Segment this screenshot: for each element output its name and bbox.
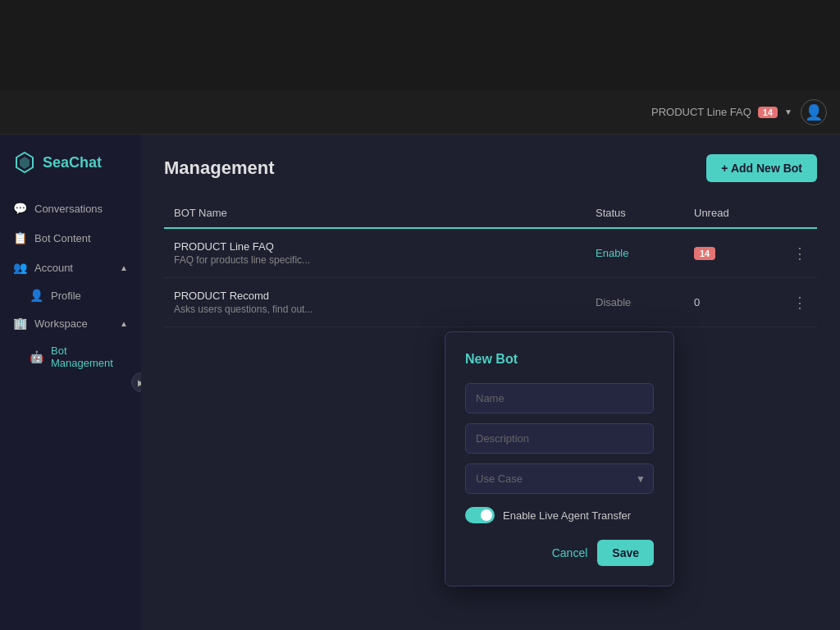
col-unread: Unread <box>684 199 783 228</box>
sidebar-logo: SeaChat <box>0 135 141 187</box>
bot-name-secondary-1: FAQ for products line specific... <box>174 254 445 266</box>
table-row: PRODUCT Recomd Asks users questions, fin… <box>164 278 817 327</box>
use-case-select[interactable]: Use Case Customer Support FAQ Sales Othe… <box>465 463 654 494</box>
add-new-bot-button[interactable]: + Add New Bot <box>706 154 817 182</box>
bot-unread-2: 0 <box>684 278 783 327</box>
toggle-knob <box>481 509 492 521</box>
bot-name-cell-2: PRODUCT Recomd Asks users questions, fin… <box>164 278 454 327</box>
cancel-button[interactable]: Cancel <box>552 546 588 559</box>
sidebar-nav: 💬 Conversations 📋 Bot Content 👥 Account … <box>0 187 141 630</box>
bot-row-1-empty <box>454 228 586 278</box>
live-agent-toggle[interactable] <box>465 507 495 523</box>
sidebar-section-account[interactable]: 👥 Account ▲ <box>0 253 141 282</box>
account-icon: 👥 <box>13 261 26 274</box>
bot-name-primary-1: PRODUCT Line FAQ <box>174 240 445 253</box>
conversations-icon: 💬 <box>13 202 26 215</box>
sidebar-item-bot-content[interactable]: 📋 Bot Content <box>0 223 141 253</box>
workspace-chevron-icon: ▲ <box>120 319 128 328</box>
bot-unread-1: 14 <box>684 228 783 278</box>
col-bot-name: BOT Name <box>164 199 454 228</box>
bot-name-input[interactable] <box>465 383 654 413</box>
table-header-row: BOT Name Status Unread <box>164 199 817 228</box>
col-actions <box>783 199 817 228</box>
bot-name-secondary-2: Asks users questions, find out... <box>174 304 445 315</box>
save-button[interactable]: Save <box>597 540 654 566</box>
bot-content-icon: 📋 <box>13 231 26 244</box>
product-info: PRODUCT Line FAQ 14 ▼ <box>651 106 792 118</box>
bot-menu-2[interactable]: ⋮ <box>783 278 817 327</box>
unread-badge-1: 14 <box>694 247 715 260</box>
sidebar-item-conversations-label: Conversations <box>34 203 103 215</box>
new-bot-modal: New Bot Use Case Customer Support FAQ Sa… <box>445 331 674 587</box>
sidebar-item-profile[interactable]: 👤 Profile <box>0 282 141 308</box>
account-chevron-icon: ▲ <box>120 263 128 272</box>
logo-text: SeaChat <box>43 154 102 171</box>
col-status-label: Status <box>586 199 684 228</box>
row-menu-icon-2[interactable]: ⋮ <box>792 294 807 311</box>
page-title: Management <box>164 158 274 179</box>
status-enable-1: Enable <box>596 247 628 259</box>
sidebar-item-conversations[interactable]: 💬 Conversations <box>0 194 141 223</box>
app-header: PRODUCT Line FAQ 14 ▼ 👤 <box>0 90 840 135</box>
main-content: Management + Add New Bot BOT Name Status… <box>141 135 840 630</box>
bot-table: BOT Name Status Unread PRODUCT Line FAQ <box>164 199 817 327</box>
avatar[interactable]: 👤 <box>801 99 827 126</box>
toggle-row: Enable Live Agent Transfer <box>465 507 654 523</box>
bot-description-input[interactable] <box>465 423 654 454</box>
seachat-logo-icon <box>13 151 36 174</box>
sidebar-section-workspace[interactable]: 🏢 Workspace ▲ <box>0 308 141 338</box>
header-badge: 14 <box>758 107 778 118</box>
bot-status-2: Disable <box>586 278 684 327</box>
sidebar-account-label: Account <box>34 262 73 274</box>
bot-menu-1[interactable]: ⋮ <box>783 228 817 278</box>
svg-marker-1 <box>20 157 30 169</box>
bot-row-2-empty <box>454 278 586 327</box>
row-menu-icon-1[interactable]: ⋮ <box>792 245 807 262</box>
toggle-label: Enable Live Agent Transfer <box>503 509 631 522</box>
status-disable-2: Disable <box>596 296 631 308</box>
bot-name-cell-1: PRODUCT Line FAQ FAQ for products line s… <box>164 228 454 278</box>
sidebar-workspace-label: Workspace <box>34 317 88 330</box>
modal-actions: Cancel Save <box>465 540 654 566</box>
content-header: Management + Add New Bot <box>141 135 840 199</box>
sidebar-bot-management-label: Bot Management <box>51 345 128 369</box>
bot-name-primary-2: PRODUCT Recomd <box>174 290 445 302</box>
sidebar-item-bot-content-label: Bot Content <box>34 232 91 244</box>
col-status <box>454 199 586 228</box>
profile-icon: 👤 <box>30 289 43 302</box>
unread-count-2: 0 <box>694 296 700 308</box>
header-dropdown-icon[interactable]: ▼ <box>784 107 792 116</box>
sidebar-profile-label: Profile <box>51 290 81 302</box>
use-case-wrapper: Use Case Customer Support FAQ Sales Othe… <box>465 463 654 494</box>
bot-status-1: Enable <box>586 228 684 278</box>
sidebar-item-bot-management[interactable]: 🤖 Bot Management <box>0 338 141 376</box>
table-row: PRODUCT Line FAQ FAQ for products line s… <box>164 228 817 278</box>
workspace-icon: 🏢 <box>13 317 26 330</box>
modal-title: New Bot <box>465 352 654 367</box>
product-label: PRODUCT Line FAQ <box>651 106 751 118</box>
bot-management-icon: 🤖 <box>30 350 43 363</box>
sidebar: SeaChat 💬 Conversations 📋 Bot Content 👥 … <box>0 135 141 630</box>
